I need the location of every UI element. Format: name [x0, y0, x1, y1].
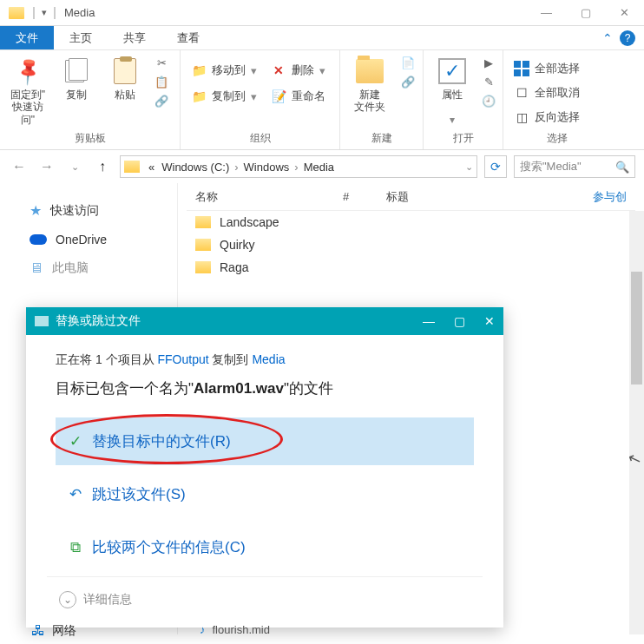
folder-icon	[195, 261, 211, 273]
new-folder-icon	[356, 59, 384, 83]
tab-file[interactable]: 文件	[0, 26, 54, 49]
list-item[interactable]: Raga	[187, 256, 635, 279]
pc-icon: 🖥	[30, 260, 43, 276]
new-item-icon[interactable]: 📄	[399, 54, 417, 71]
scrollbar[interactable]	[629, 211, 644, 634]
open-icon[interactable]: ▶	[480, 54, 497, 71]
dialog-title: 替换或跳过文件	[56, 313, 141, 329]
col-contributing[interactable]: 参与创	[584, 189, 635, 205]
folder-icon	[9, 7, 24, 19]
col-number[interactable]: #	[334, 190, 378, 203]
list-item[interactable]: Landscape	[187, 211, 635, 233]
tab-share[interactable]: 共享	[108, 26, 161, 49]
maximize-button[interactable]: ▢	[566, 0, 605, 26]
window-titlebar: ▾ Media — ▢ ✕	[0, 0, 644, 26]
qat-dropdown-icon[interactable]: ▾	[42, 7, 47, 18]
collapse-ribbon-icon[interactable]: ⌃	[602, 31, 613, 45]
delete-icon: ✕	[271, 62, 286, 78]
folder-icon	[195, 239, 211, 251]
details-toggle[interactable]: ⌄ 详细信息	[56, 582, 474, 614]
pin-icon: 📌	[11, 55, 44, 88]
search-box[interactable]: 搜索"Media" 🔍	[514, 155, 635, 178]
dialog-minimize-button[interactable]: —	[423, 314, 435, 328]
tab-view[interactable]: 查看	[161, 26, 215, 49]
select-all-button[interactable]: 全部选择	[509, 57, 606, 80]
copy-to-button[interactable]: 📁复制到▾	[186, 85, 262, 108]
dialog-titlebar[interactable]: 替换或跳过文件 — ▢ ✕	[26, 307, 503, 335]
select-none-button[interactable]: ☐全部取消	[509, 82, 606, 104]
breadcrumb[interactable]: Media	[300, 161, 338, 174]
search-icon: 🔍	[615, 161, 629, 174]
option-replace[interactable]: ✓ 替换目标中的文件(R)	[56, 417, 474, 465]
copy-path-icon[interactable]: 📋	[153, 73, 170, 90]
dialog-close-button[interactable]: ✕	[484, 314, 495, 328]
dialog-message: 目标已包含一个名为"Alarm01.wav"的文件	[56, 378, 474, 398]
help-icon[interactable]: ?	[620, 30, 635, 46]
sidebar-item-network[interactable]: 🖧 网络	[31, 623, 76, 639]
folder-icon	[124, 161, 140, 173]
properties-icon: ✓	[438, 58, 466, 84]
breadcrumb[interactable]: Windows	[240, 161, 293, 174]
invert-icon: ◫	[514, 109, 529, 125]
undo-icon: ↶	[68, 487, 83, 503]
group-clipboard-label: 剪贴板	[5, 129, 174, 149]
tab-home[interactable]: 主页	[54, 26, 108, 49]
paste-button[interactable]: 粘贴	[102, 54, 148, 126]
sidebar-item-thispc[interactable]: 🖥此电脑	[7, 253, 170, 283]
breadcrumb[interactable]: Windows (C:)	[158, 161, 233, 174]
chevron-right-icon[interactable]: ›	[292, 161, 299, 174]
address-bar[interactable]: « Windows (C:) › Windows › Media ⌄	[120, 155, 477, 178]
group-organize-label: 组织	[186, 129, 334, 149]
folder-move-icon: 📁	[191, 62, 207, 78]
sidebar-item-onedrive[interactable]: OneDrive	[7, 226, 170, 253]
dialog-subtitle: 正在将 1 个项目从 FFOutput 复制到 Media	[56, 352, 474, 368]
group-new-label: 新建	[345, 129, 417, 149]
col-title[interactable]: 标题	[378, 189, 525, 205]
scrollbar-thumb[interactable]	[631, 272, 642, 384]
address-row: ← → ⌄ ↑ « Windows (C:) › Windows › Media…	[0, 150, 644, 183]
option-skip[interactable]: ↶ 跳过该文件(S)	[56, 470, 474, 518]
delete-button[interactable]: ✕删除▾	[266, 59, 331, 82]
chevron-right-icon[interactable]: ›	[233, 161, 240, 174]
up-button[interactable]: ↑	[92, 156, 113, 177]
recent-dropdown[interactable]: ⌄	[64, 156, 85, 177]
move-to-button[interactable]: 📁移动到▾	[186, 59, 262, 82]
pin-to-quickaccess-button[interactable]: 📌 固定到"快速访问"	[5, 54, 50, 126]
edit-icon[interactable]: ✎	[480, 73, 497, 90]
properties-button[interactable]: ✓ 属性▾	[429, 54, 475, 126]
select-all-icon	[514, 61, 529, 76]
star-icon: ★	[30, 202, 42, 219]
cut-icon[interactable]: ✂	[153, 54, 170, 71]
list-item[interactable]: ♪ flourish.mid	[200, 623, 270, 636]
col-name[interactable]: 名称	[187, 189, 334, 205]
invert-selection-button[interactable]: ◫反向选择	[509, 106, 606, 128]
forward-button[interactable]: →	[36, 156, 57, 177]
copy-icon	[63, 58, 89, 84]
option-compare[interactable]: ⧉ 比较两个文件的信息(C)	[56, 523, 474, 571]
copy-button[interactable]: 复制	[54, 54, 99, 126]
network-icon: 🖧	[31, 623, 45, 639]
dialog-icon	[35, 316, 49, 326]
folder-icon	[195, 216, 211, 228]
list-item[interactable]: Quirky	[187, 233, 635, 256]
rename-button[interactable]: 📝重命名	[266, 85, 331, 108]
sidebar-item-quickaccess[interactable]: ★快速访问	[7, 195, 170, 226]
history-icon[interactable]: 🕘	[480, 92, 497, 109]
address-dropdown-icon[interactable]: ⌄	[465, 161, 473, 173]
easy-access-icon[interactable]: 🔗	[399, 73, 417, 90]
audio-file-icon: ♪	[200, 623, 206, 636]
minimize-button[interactable]: —	[527, 0, 566, 26]
dialog-maximize-button[interactable]: ▢	[454, 314, 465, 328]
dest-link[interactable]: Media	[252, 352, 285, 366]
group-select-label: 选择	[509, 129, 606, 149]
new-folder-button[interactable]: 新建文件夹	[345, 54, 394, 114]
back-button[interactable]: ←	[9, 156, 30, 177]
close-button[interactable]: ✕	[605, 0, 644, 26]
column-headers: 名称 # 标题 参与创	[187, 183, 635, 211]
ribbon: 📌 固定到"快速访问" 复制 粘贴 ✂ 📋 🔗 剪贴板 📁移动到▾	[0, 50, 644, 150]
refresh-button[interactable]: ⟳	[484, 155, 507, 178]
select-none-icon: ☐	[514, 85, 529, 101]
source-link[interactable]: FFOutput	[157, 352, 208, 366]
compare-icon: ⧉	[68, 540, 83, 555]
paste-shortcut-icon[interactable]: 🔗	[153, 92, 170, 109]
